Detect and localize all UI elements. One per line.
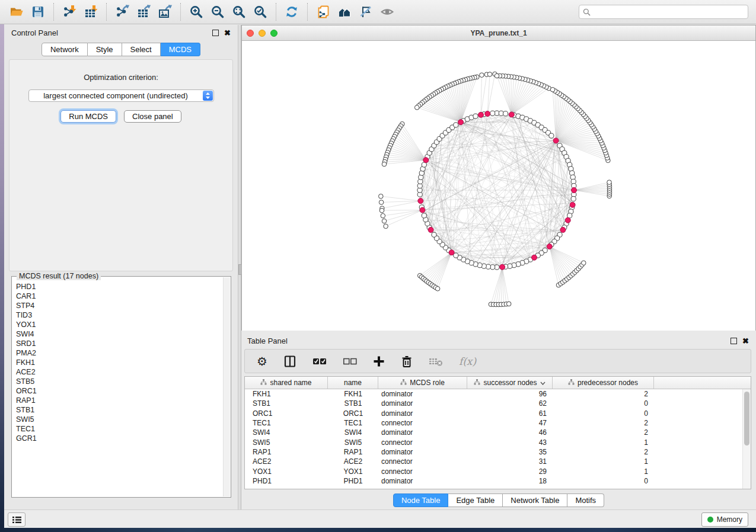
mcds-hub-node[interactable] bbox=[572, 188, 577, 193]
mcds-hub-node[interactable] bbox=[547, 244, 552, 249]
mcds-hub-node[interactable] bbox=[458, 120, 464, 125]
table-row[interactable]: YOX1YOX1connector291 bbox=[245, 466, 751, 476]
unselect-all-icon[interactable] bbox=[343, 357, 357, 366]
mcds-result-item[interactable]: STB5 bbox=[16, 377, 223, 386]
close-table-panel-icon[interactable]: ✖ bbox=[742, 338, 749, 344]
run-mcds-button[interactable]: Run MCDS bbox=[60, 110, 116, 123]
table-row[interactable]: SWI5SWI5connector431 bbox=[245, 437, 751, 447]
table-row[interactable]: SWI4SWI4dominator462 bbox=[245, 428, 751, 437]
tab-select[interactable]: Select bbox=[122, 43, 161, 56]
table-row[interactable]: ACE2ACE2connector311 bbox=[245, 457, 751, 466]
export-image-icon[interactable] bbox=[154, 2, 176, 22]
zoom-in-icon[interactable] bbox=[186, 2, 207, 22]
memory-button[interactable]: Memory bbox=[701, 512, 748, 527]
zoom-fit-icon[interactable] bbox=[228, 2, 250, 22]
mcds-result-item[interactable]: PHD1 bbox=[16, 282, 223, 291]
search-input[interactable] bbox=[593, 7, 748, 17]
mcds-result-item[interactable]: GCR1 bbox=[16, 434, 223, 443]
network-canvas[interactable] bbox=[242, 41, 755, 331]
mcds-result-item[interactable]: STB1 bbox=[16, 405, 223, 415]
column-header-MCDS-role[interactable]: MCDS role bbox=[378, 377, 467, 389]
tab-node-table[interactable]: Node Table bbox=[393, 493, 449, 507]
mcds-hub-node[interactable] bbox=[423, 158, 429, 163]
open-folder-icon[interactable] bbox=[6, 2, 27, 22]
mcds-hub-node[interactable] bbox=[485, 111, 490, 117]
column-header-name[interactable]: name bbox=[328, 377, 378, 389]
table-row[interactable]: FKH1FKH1dominator962 bbox=[245, 389, 751, 399]
table-row[interactable]: PHD1PHD1dominator180 bbox=[245, 476, 751, 486]
columns-icon[interactable] bbox=[283, 355, 296, 368]
mcds-hub-node[interactable] bbox=[449, 250, 454, 255]
mcds-result-item[interactable]: TID3 bbox=[16, 310, 223, 320]
mcds-hub-node[interactable] bbox=[509, 112, 514, 117]
export-network-icon[interactable] bbox=[111, 2, 133, 22]
mcds-result-item[interactable]: FKH1 bbox=[16, 358, 223, 367]
float-table-panel-icon[interactable] bbox=[731, 338, 737, 344]
tab-motifs[interactable]: Motifs bbox=[567, 493, 604, 507]
flag-slash-icon[interactable] bbox=[355, 2, 377, 22]
tab-style[interactable]: Style bbox=[88, 43, 122, 56]
close-panel-icon[interactable]: ✖ bbox=[224, 30, 231, 36]
mcds-hub-node[interactable] bbox=[553, 138, 559, 143]
float-panel-icon[interactable] bbox=[212, 30, 219, 36]
mcds-result-item[interactable]: YOX1 bbox=[16, 320, 223, 329]
mcds-result-item[interactable]: TEC1 bbox=[16, 424, 223, 434]
column-header-successor-nodes[interactable]: successor nodes bbox=[467, 377, 553, 389]
eye-icon[interactable] bbox=[377, 2, 398, 22]
network-view-window: YPA_prune.txt_1 bbox=[241, 25, 756, 331]
gear-icon[interactable]: ⚙ bbox=[257, 355, 267, 367]
mcds-result-list[interactable]: PHD1CAR1STP4TID3YOX1SWI4SRD1PMA2FKH1ACE2… bbox=[12, 278, 223, 496]
tab-network[interactable]: Network bbox=[42, 43, 88, 56]
mcds-hub-node[interactable] bbox=[570, 202, 575, 207]
add-row-icon[interactable] bbox=[373, 355, 385, 367]
tab-network-table[interactable]: Network Table bbox=[503, 493, 567, 507]
clone-network-icon[interactable] bbox=[312, 2, 334, 22]
tab-edge-table[interactable]: Edge Table bbox=[448, 493, 503, 507]
zoom-out-icon[interactable] bbox=[207, 2, 228, 22]
table-scrollbar[interactable] bbox=[742, 389, 751, 489]
mcds-hub-node[interactable] bbox=[428, 227, 433, 233]
close-panel-button[interactable]: Close panel bbox=[124, 110, 181, 123]
table-scrollbar-thumb[interactable] bbox=[744, 392, 749, 446]
save-icon[interactable] bbox=[27, 2, 49, 22]
mcds-result-item[interactable]: STP4 bbox=[16, 301, 223, 310]
table-row[interactable]: STB1STB1dominator620 bbox=[245, 399, 751, 408]
mcds-hub-node[interactable] bbox=[565, 217, 570, 223]
mcds-result-item[interactable]: PMA2 bbox=[16, 348, 223, 358]
mcds-hub-node[interactable] bbox=[418, 198, 423, 204]
table-cell: 2 bbox=[553, 390, 654, 398]
export-table-icon[interactable] bbox=[133, 2, 154, 22]
refresh-icon[interactable] bbox=[281, 2, 302, 22]
table-cell: dominator bbox=[378, 448, 467, 456]
mcds-result-item[interactable]: SWI4 bbox=[16, 329, 223, 339]
mcds-scrollbar[interactable] bbox=[223, 277, 230, 496]
mcds-result-item[interactable]: SWI5 bbox=[16, 415, 223, 424]
optimization-criterion-dropdown[interactable]: largest connected component (undirected) bbox=[28, 89, 214, 102]
table-row[interactable]: ORC1ORC1dominator610 bbox=[245, 409, 751, 418]
double-house-icon[interactable] bbox=[334, 2, 355, 22]
delete-row-icon[interactable] bbox=[401, 355, 413, 368]
table-cell: 29 bbox=[467, 467, 553, 476]
mcds-result-item[interactable]: RAP1 bbox=[16, 396, 223, 405]
select-all-icon[interactable] bbox=[312, 357, 327, 366]
mcds-hub-node[interactable] bbox=[500, 264, 505, 270]
mcds-result-item[interactable]: CAR1 bbox=[16, 291, 223, 301]
table-row[interactable]: RAP1RAP1dominator352 bbox=[245, 447, 751, 457]
mcds-hub-node[interactable] bbox=[420, 207, 425, 213]
mcds-result-item[interactable]: ACE2 bbox=[16, 367, 223, 377]
mcds-hub-node[interactable] bbox=[479, 112, 484, 117]
network-window-titlebar[interactable]: YPA_prune.txt_1 bbox=[242, 25, 755, 41]
column-header-predecessor-nodes[interactable]: predecessor nodes bbox=[553, 377, 654, 389]
mcds-hub-node[interactable] bbox=[560, 227, 566, 233]
mcds-hub-node[interactable] bbox=[532, 255, 537, 260]
mcds-result-item[interactable]: SRD1 bbox=[16, 339, 223, 348]
import-network-icon[interactable] bbox=[59, 2, 80, 22]
mcds-result-item[interactable]: ORC1 bbox=[16, 386, 223, 396]
search-box[interactable] bbox=[579, 5, 748, 19]
column-header-shared-name[interactable]: shared name bbox=[245, 377, 328, 389]
tab-mcds[interactable]: MCDS bbox=[161, 43, 200, 56]
table-row[interactable]: TEC1TEC1connector472 bbox=[245, 418, 751, 428]
task-history-button[interactable] bbox=[8, 512, 25, 527]
import-table-icon[interactable] bbox=[80, 2, 101, 22]
zoom-selected-icon[interactable] bbox=[250, 2, 271, 22]
